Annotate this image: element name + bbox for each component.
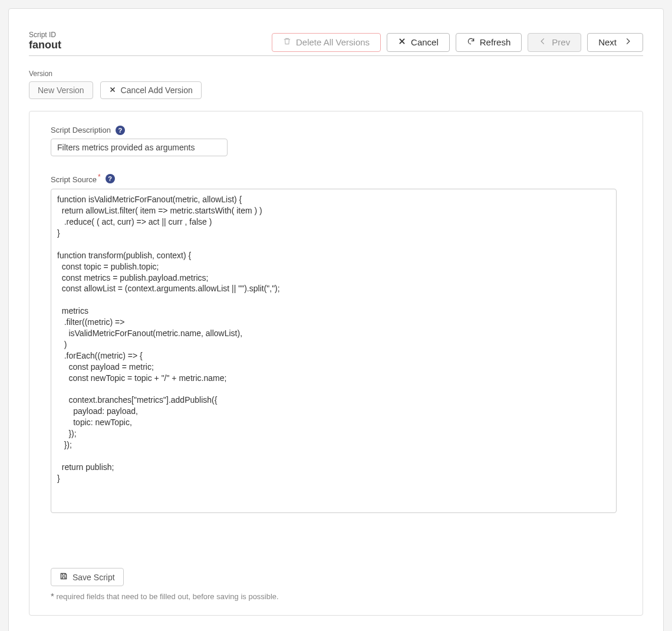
refresh-label: Refresh	[480, 37, 511, 48]
page-container: Script ID fanout Delete All Versions Can…	[8, 8, 664, 631]
trash-icon	[283, 37, 291, 48]
required-hint: * required fields that need to be filled…	[51, 591, 621, 601]
refresh-icon	[467, 37, 475, 48]
save-script-button[interactable]: Save Script	[51, 568, 124, 586]
version-label: Version	[29, 70, 643, 78]
prev-button[interactable]: Prev	[528, 33, 581, 52]
cancel-add-version-button[interactable]: Cancel Add Version	[100, 81, 202, 99]
source-field: Script Source* ?	[51, 173, 621, 515]
next-label: Next	[598, 37, 617, 48]
arrow-right-icon	[621, 37, 632, 48]
save-script-label: Save Script	[73, 573, 115, 582]
version-buttons: New Version Cancel Add Version	[29, 81, 643, 99]
source-label-row: Script Source* ?	[51, 173, 621, 184]
required-hint-text: required fields that need to be filled o…	[56, 592, 278, 601]
close-icon	[398, 37, 406, 48]
cancel-label: Cancel	[411, 37, 439, 48]
next-button[interactable]: Next	[587, 33, 643, 52]
script-id-value: fanout	[29, 39, 61, 52]
delete-all-versions-button[interactable]: Delete All Versions	[272, 33, 381, 52]
description-input[interactable]	[51, 139, 228, 156]
help-icon[interactable]: ?	[116, 126, 125, 135]
description-field: Script Description ?	[51, 126, 621, 156]
script-id-label: Script ID	[29, 31, 61, 39]
source-textarea[interactable]	[51, 189, 617, 513]
header-row: Script ID fanout Delete All Versions Can…	[29, 31, 643, 56]
script-id-block: Script ID fanout	[29, 31, 61, 52]
close-icon	[109, 86, 116, 95]
source-label: Script Source	[51, 175, 97, 184]
delete-all-versions-label: Delete All Versions	[296, 37, 370, 48]
header-toolbar: Delete All Versions Cancel Refresh Prev	[272, 33, 643, 52]
cancel-add-version-label: Cancel Add Version	[121, 86, 193, 95]
save-row: Save Script * required fields that need …	[51, 568, 621, 601]
cancel-button[interactable]: Cancel	[387, 33, 450, 52]
save-icon	[60, 572, 68, 582]
version-section: Version New Version Cancel Add Version	[29, 70, 643, 99]
refresh-button[interactable]: Refresh	[456, 33, 522, 52]
help-icon[interactable]: ?	[106, 174, 115, 183]
description-label: Script Description	[51, 126, 111, 134]
required-star: *	[98, 173, 101, 181]
new-version-label: New Version	[38, 86, 84, 95]
description-label-row: Script Description ?	[51, 126, 621, 135]
arrow-left-icon	[539, 37, 547, 48]
form-panel: Script Description ? Script Source* ? Sa…	[29, 111, 643, 616]
new-version-button[interactable]: New Version	[29, 81, 93, 99]
prev-label: Prev	[552, 37, 570, 48]
